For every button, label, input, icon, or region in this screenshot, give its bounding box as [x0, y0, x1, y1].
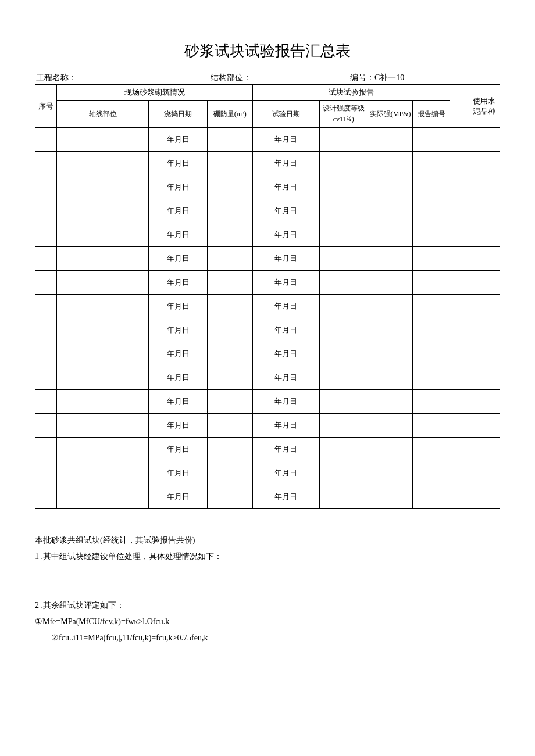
table-cell — [208, 461, 253, 485]
table-cell — [368, 390, 413, 414]
table-cell — [57, 366, 149, 390]
table-cell: 年月日 — [252, 461, 319, 485]
table-cell — [450, 175, 468, 199]
table-cell — [468, 414, 500, 438]
table-cell — [450, 366, 468, 390]
table-cell — [319, 247, 368, 271]
table-cell: 年月日 — [149, 128, 208, 152]
table-row: 年月日年月日 — [35, 366, 500, 390]
table-cell: 年月日 — [149, 461, 208, 485]
table-row: 年月日年月日 — [35, 152, 500, 175]
table-cell — [57, 438, 149, 461]
table-cell — [368, 366, 413, 390]
table-cell — [450, 152, 468, 175]
table-cell — [468, 366, 500, 390]
table-cell — [368, 128, 413, 152]
table-cell: 年月日 — [149, 295, 208, 318]
table-cell — [368, 175, 413, 199]
table-cell: 年月日 — [252, 247, 319, 271]
table-cell — [208, 485, 253, 509]
header-report-group: 试块试验报告 — [252, 85, 450, 101]
table-cell — [468, 247, 500, 271]
table-cell — [468, 461, 500, 485]
table-cell — [319, 438, 368, 461]
table-cell: 年月日 — [252, 390, 319, 414]
table-cell: 年月日 — [149, 414, 208, 438]
table-cell — [413, 223, 450, 247]
structure-part-label: 结构部位： — [211, 73, 350, 83]
table-cell: 年月日 — [149, 223, 208, 247]
table-cell: 年月日 — [149, 342, 208, 366]
table-cell — [468, 342, 500, 366]
table-row: 年月日年月日 — [35, 342, 500, 366]
table-cell — [208, 128, 253, 152]
table-cell — [468, 485, 500, 509]
table-cell — [35, 485, 57, 509]
table-cell — [57, 199, 149, 223]
header-site-group: 现场砂浆砌筑情况 — [57, 85, 252, 101]
table-cell: 年月日 — [252, 175, 319, 199]
table-cell — [35, 414, 57, 438]
table-cell: 年月日 — [149, 438, 208, 461]
table-cell — [57, 128, 149, 152]
table-row: 年月日年月日 — [35, 223, 500, 247]
table-cell — [57, 461, 149, 485]
table-cell — [450, 485, 468, 509]
table-cell — [468, 295, 500, 318]
table-cell — [57, 295, 149, 318]
table-cell — [413, 295, 450, 318]
table-cell — [413, 366, 450, 390]
table-cell — [319, 295, 368, 318]
table-cell — [35, 128, 57, 152]
table-row: 年月日年月日 — [35, 247, 500, 271]
table-cell — [35, 199, 57, 223]
table-cell — [468, 175, 500, 199]
table-cell — [368, 342, 413, 366]
table-cell: 年月日 — [149, 485, 208, 509]
table-cell — [35, 223, 57, 247]
header-report-no: 报告编号 — [413, 101, 450, 128]
table-cell — [35, 342, 57, 366]
table-row: 年月日年月日 — [35, 295, 500, 318]
table-cell: 年月日 — [149, 318, 208, 342]
table-cell — [413, 199, 450, 223]
table-cell — [208, 152, 253, 175]
table-cell — [57, 175, 149, 199]
header-volume: 硼防量(m³) — [208, 101, 253, 128]
table-cell — [57, 318, 149, 342]
table-cell — [368, 199, 413, 223]
header-pour-date: 浇捣日期 — [149, 101, 208, 128]
table-cell: 年月日 — [252, 414, 319, 438]
table-cell — [208, 390, 253, 414]
table-cell — [450, 271, 468, 295]
table-cell — [319, 128, 368, 152]
table-cell — [57, 152, 149, 175]
table-cell — [450, 295, 468, 318]
table-cell — [413, 485, 450, 509]
table-cell: 年月日 — [252, 152, 319, 175]
table-cell — [450, 461, 468, 485]
table-cell — [450, 342, 468, 366]
header-blank — [450, 85, 468, 128]
table-cell — [208, 414, 253, 438]
note-line-1: 本批砂浆共组试块(经统计，其试验报告共份) — [35, 532, 500, 549]
table-cell — [319, 175, 368, 199]
table-cell: 年月日 — [149, 199, 208, 223]
table-cell — [450, 414, 468, 438]
table-cell — [57, 342, 149, 366]
table-cell — [319, 271, 368, 295]
table-cell — [35, 175, 57, 199]
table-cell — [57, 390, 149, 414]
table-cell — [208, 366, 253, 390]
table-cell — [413, 390, 450, 414]
meta-row: 工程名称： 结构部位： 编号：C补一10 — [35, 73, 500, 83]
table-row: 年月日年月日 — [35, 271, 500, 295]
table-cell — [208, 438, 253, 461]
table-cell — [319, 366, 368, 390]
table-cell — [57, 485, 149, 509]
table-cell — [450, 223, 468, 247]
table-cell — [450, 318, 468, 342]
table-cell — [57, 271, 149, 295]
table-row: 年月日年月日 — [35, 175, 500, 199]
table-cell — [468, 318, 500, 342]
